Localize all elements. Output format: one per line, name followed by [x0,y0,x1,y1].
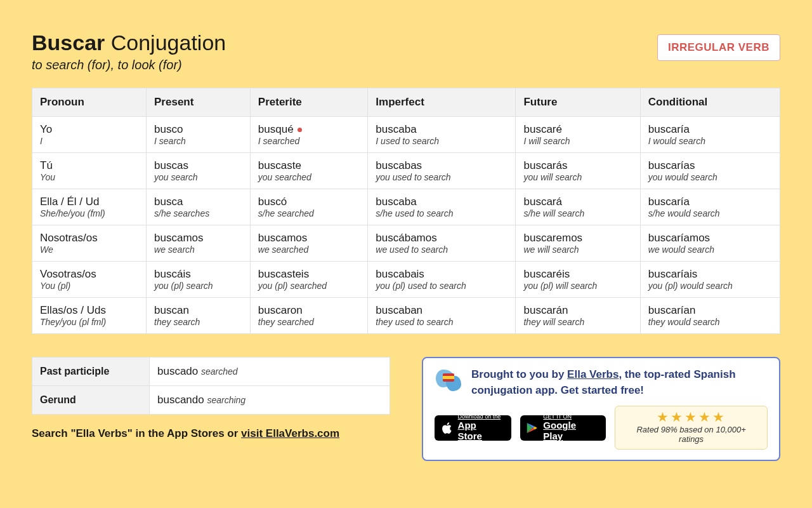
pronoun-cell: Vosotras/osYou (pl) [32,262,147,298]
play-icon [527,422,538,434]
conjugation-cell: buscaríamoswe would search [640,225,780,262]
conjugation-cell: buscasyou search [147,153,251,189]
pronoun-cell: Ella / Él / UdShe/he/you (fml) [32,189,147,225]
conjugation-cell: buscaremoswe will search [516,225,640,262]
irregular-badge: IRREGULAR VERB [657,34,780,61]
participle-value: buscado searched [150,358,390,386]
app-icon [435,367,462,392]
table-row: Ella / Él / UdShe/he/you (fml)buscas/he … [32,189,780,225]
conjugation-cell: buscarás/he will search [516,189,640,225]
column-header: Pronoun [32,88,147,117]
conjugation-cell: buscarásyou will search [516,153,640,189]
title-suffix: Conjugation [111,30,226,55]
conjugation-cell: buscanthey search [147,298,251,334]
conjugation-cell: buscabanthey used to search [368,298,516,334]
page-title: Buscar Conjugation [32,30,226,55]
participle-row: Gerundbuscando searching [32,386,390,415]
conjugation-cell: buscaréisyou (pl) will search [516,262,640,298]
conjugation-cell: buscasteisyou (pl) searched [250,262,367,298]
conjugation-cell: buscabas/he used to search [368,189,516,225]
pronoun-cell: Ellas/os / UdsThey/you (pl fml) [32,298,147,334]
table-row: Ellas/os / UdsThey/you (pl fml)buscanthe… [32,298,780,334]
ella-verbs-link[interactable]: Ella Verbs [567,368,619,380]
participle-table: Past participlebuscado searchedGerundbus… [32,357,390,415]
table-row: YoIbuscoI searchbusquéI searchedbuscabaI… [32,117,780,153]
participle-value: buscando searching [150,386,390,415]
rating-box: ★★★★★ Rated 98% based on 10,000+ ratings [615,406,768,450]
conjugation-cell: buscaréI will search [516,117,640,153]
conjugation-cell: buscós/he searched [250,189,367,225]
conjugation-cell: buscaríanthey would search [640,298,780,334]
conjugation-cell: buscamoswe searched [250,225,367,262]
search-prompt: Search "Ella Verbs" in the App Stores or… [32,427,390,440]
verb-name: Buscar [32,30,105,55]
participle-row: Past participlebuscado searched [32,358,390,386]
promo-text: Brought to you by Ella Verbs, the top-ra… [471,367,768,398]
pronoun-cell: YoI [32,117,147,153]
star-icons: ★★★★★ [624,410,758,424]
column-header: Imperfect [368,88,516,117]
pronoun-cell: TúYou [32,153,147,189]
pronoun-cell: Nosotras/osWe [32,225,147,262]
conjugation-cell: buscoI search [147,117,251,153]
table-row: Vosotras/osYou (pl)buscáisyou (pl) searc… [32,262,780,298]
verb-meaning: to search (for), to look (for) [32,58,226,72]
conjugation-cell: buscaríaI would search [640,117,780,153]
column-header: Present [147,88,251,117]
conjugation-cell: buscaríasyou would search [640,153,780,189]
conjugation-cell: buscarías/he would search [640,189,780,225]
conjugation-table: PronounPresentPreteriteImperfectFutureCo… [32,88,780,334]
conjugation-cell: buscamoswe search [147,225,251,262]
conjugation-cell: buscabaI used to search [368,117,516,153]
conjugation-cell: buscaríaisyou (pl) would search [640,262,780,298]
conjugation-cell: buscabaisyou (pl) used to search [368,262,516,298]
conjugation-cell: buscasteyou searched [250,153,367,189]
google-play-button[interactable]: GET IT ON Google Play [520,415,606,441]
conjugation-cell: buscaronthey searched [250,298,367,334]
conjugation-cell: buscáisyou (pl) search [147,262,251,298]
conjugation-cell: buscábamoswe used to search [368,225,516,262]
participle-label: Past participle [32,358,150,386]
app-store-button[interactable]: Download on the App Store [435,415,511,441]
conjugation-cell: busquéI searched [250,117,367,153]
conjugation-cell: buscas/he searches [147,189,251,225]
table-row: TúYoubuscasyou searchbuscasteyou searche… [32,153,780,189]
column-header: Preterite [250,88,367,117]
conjugation-cell: buscaránthey will search [516,298,640,334]
table-row: Nosotras/osWebuscamoswe searchbuscamoswe… [32,225,780,262]
rating-text: Rated 98% based on 10,000+ ratings [624,425,758,444]
participle-label: Gerund [32,386,150,415]
column-header: Future [516,88,640,117]
conjugation-cell: buscabasyou used to search [368,153,516,189]
column-header: Conditional [640,88,780,117]
promo-box: Brought to you by Ella Verbs, the top-ra… [422,357,780,461]
ella-verbs-site-link[interactable]: visit EllaVerbs.com [241,427,339,439]
apple-icon [441,422,452,434]
